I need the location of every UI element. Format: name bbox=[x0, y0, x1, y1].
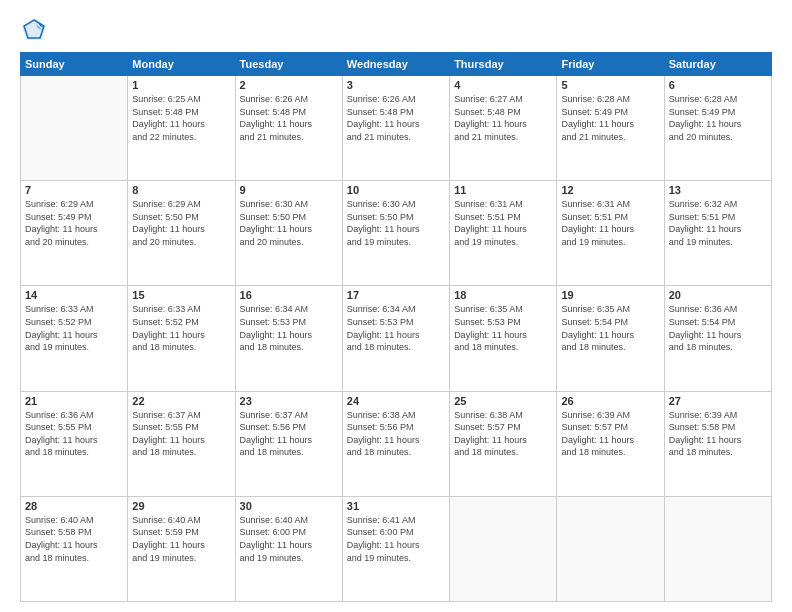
day-number: 7 bbox=[25, 184, 123, 196]
cell-text: Sunrise: 6:29 AMSunset: 5:49 PMDaylight:… bbox=[25, 198, 123, 248]
cell-text: Sunrise: 6:39 AMSunset: 5:58 PMDaylight:… bbox=[669, 409, 767, 459]
cell-text: Sunrise: 6:34 AMSunset: 5:53 PMDaylight:… bbox=[347, 303, 445, 353]
calendar-header-row: SundayMondayTuesdayWednesdayThursdayFrid… bbox=[21, 53, 772, 76]
day-number: 30 bbox=[240, 500, 338, 512]
logo bbox=[20, 16, 50, 44]
cell-text: Sunrise: 6:35 AMSunset: 5:53 PMDaylight:… bbox=[454, 303, 552, 353]
day-number: 31 bbox=[347, 500, 445, 512]
calendar-cell: 21Sunrise: 6:36 AMSunset: 5:55 PMDayligh… bbox=[21, 391, 128, 496]
cell-text: Sunrise: 6:27 AMSunset: 5:48 PMDaylight:… bbox=[454, 93, 552, 143]
calendar-cell: 1Sunrise: 6:25 AMSunset: 5:48 PMDaylight… bbox=[128, 76, 235, 181]
calendar-cell: 28Sunrise: 6:40 AMSunset: 5:58 PMDayligh… bbox=[21, 496, 128, 601]
day-number: 6 bbox=[669, 79, 767, 91]
calendar-week-4: 28Sunrise: 6:40 AMSunset: 5:58 PMDayligh… bbox=[21, 496, 772, 601]
cell-text: Sunrise: 6:33 AMSunset: 5:52 PMDaylight:… bbox=[132, 303, 230, 353]
col-header-saturday: Saturday bbox=[664, 53, 771, 76]
day-number: 27 bbox=[669, 395, 767, 407]
cell-text: Sunrise: 6:34 AMSunset: 5:53 PMDaylight:… bbox=[240, 303, 338, 353]
cell-text: Sunrise: 6:30 AMSunset: 5:50 PMDaylight:… bbox=[347, 198, 445, 248]
cell-text: Sunrise: 6:40 AMSunset: 5:58 PMDaylight:… bbox=[25, 514, 123, 564]
day-number: 2 bbox=[240, 79, 338, 91]
cell-text: Sunrise: 6:38 AMSunset: 5:57 PMDaylight:… bbox=[454, 409, 552, 459]
day-number: 9 bbox=[240, 184, 338, 196]
cell-text: Sunrise: 6:29 AMSunset: 5:50 PMDaylight:… bbox=[132, 198, 230, 248]
header bbox=[20, 16, 772, 44]
day-number: 26 bbox=[561, 395, 659, 407]
calendar-week-2: 14Sunrise: 6:33 AMSunset: 5:52 PMDayligh… bbox=[21, 286, 772, 391]
cell-text: Sunrise: 6:25 AMSunset: 5:48 PMDaylight:… bbox=[132, 93, 230, 143]
calendar-cell: 30Sunrise: 6:40 AMSunset: 6:00 PMDayligh… bbox=[235, 496, 342, 601]
calendar-cell: 3Sunrise: 6:26 AMSunset: 5:48 PMDaylight… bbox=[342, 76, 449, 181]
day-number: 12 bbox=[561, 184, 659, 196]
day-number: 1 bbox=[132, 79, 230, 91]
day-number: 19 bbox=[561, 289, 659, 301]
day-number: 16 bbox=[240, 289, 338, 301]
calendar-cell bbox=[450, 496, 557, 601]
calendar-cell: 19Sunrise: 6:35 AMSunset: 5:54 PMDayligh… bbox=[557, 286, 664, 391]
day-number: 20 bbox=[669, 289, 767, 301]
cell-text: Sunrise: 6:40 AMSunset: 6:00 PMDaylight:… bbox=[240, 514, 338, 564]
col-header-friday: Friday bbox=[557, 53, 664, 76]
calendar-cell: 17Sunrise: 6:34 AMSunset: 5:53 PMDayligh… bbox=[342, 286, 449, 391]
cell-text: Sunrise: 6:32 AMSunset: 5:51 PMDaylight:… bbox=[669, 198, 767, 248]
col-header-sunday: Sunday bbox=[21, 53, 128, 76]
col-header-wednesday: Wednesday bbox=[342, 53, 449, 76]
calendar-cell bbox=[664, 496, 771, 601]
calendar-cell: 20Sunrise: 6:36 AMSunset: 5:54 PMDayligh… bbox=[664, 286, 771, 391]
day-number: 11 bbox=[454, 184, 552, 196]
cell-text: Sunrise: 6:31 AMSunset: 5:51 PMDaylight:… bbox=[561, 198, 659, 248]
calendar-cell: 23Sunrise: 6:37 AMSunset: 5:56 PMDayligh… bbox=[235, 391, 342, 496]
calendar-cell: 2Sunrise: 6:26 AMSunset: 5:48 PMDaylight… bbox=[235, 76, 342, 181]
cell-text: Sunrise: 6:26 AMSunset: 5:48 PMDaylight:… bbox=[347, 93, 445, 143]
calendar-cell: 29Sunrise: 6:40 AMSunset: 5:59 PMDayligh… bbox=[128, 496, 235, 601]
day-number: 28 bbox=[25, 500, 123, 512]
calendar-week-1: 7Sunrise: 6:29 AMSunset: 5:49 PMDaylight… bbox=[21, 181, 772, 286]
calendar-cell: 5Sunrise: 6:28 AMSunset: 5:49 PMDaylight… bbox=[557, 76, 664, 181]
calendar-cell: 6Sunrise: 6:28 AMSunset: 5:49 PMDaylight… bbox=[664, 76, 771, 181]
day-number: 5 bbox=[561, 79, 659, 91]
calendar-cell: 31Sunrise: 6:41 AMSunset: 6:00 PMDayligh… bbox=[342, 496, 449, 601]
col-header-monday: Monday bbox=[128, 53, 235, 76]
calendar-cell: 15Sunrise: 6:33 AMSunset: 5:52 PMDayligh… bbox=[128, 286, 235, 391]
page: SundayMondayTuesdayWednesdayThursdayFrid… bbox=[0, 0, 792, 612]
cell-text: Sunrise: 6:33 AMSunset: 5:52 PMDaylight:… bbox=[25, 303, 123, 353]
cell-text: Sunrise: 6:38 AMSunset: 5:56 PMDaylight:… bbox=[347, 409, 445, 459]
cell-text: Sunrise: 6:30 AMSunset: 5:50 PMDaylight:… bbox=[240, 198, 338, 248]
calendar-cell: 22Sunrise: 6:37 AMSunset: 5:55 PMDayligh… bbox=[128, 391, 235, 496]
day-number: 10 bbox=[347, 184, 445, 196]
day-number: 17 bbox=[347, 289, 445, 301]
calendar-cell bbox=[21, 76, 128, 181]
cell-text: Sunrise: 6:37 AMSunset: 5:55 PMDaylight:… bbox=[132, 409, 230, 459]
logo-icon bbox=[20, 16, 48, 44]
cell-text: Sunrise: 6:39 AMSunset: 5:57 PMDaylight:… bbox=[561, 409, 659, 459]
day-number: 14 bbox=[25, 289, 123, 301]
cell-text: Sunrise: 6:37 AMSunset: 5:56 PMDaylight:… bbox=[240, 409, 338, 459]
cell-text: Sunrise: 6:28 AMSunset: 5:49 PMDaylight:… bbox=[669, 93, 767, 143]
col-header-thursday: Thursday bbox=[450, 53, 557, 76]
day-number: 13 bbox=[669, 184, 767, 196]
day-number: 22 bbox=[132, 395, 230, 407]
day-number: 15 bbox=[132, 289, 230, 301]
day-number: 25 bbox=[454, 395, 552, 407]
calendar-cell: 25Sunrise: 6:38 AMSunset: 5:57 PMDayligh… bbox=[450, 391, 557, 496]
cell-text: Sunrise: 6:40 AMSunset: 5:59 PMDaylight:… bbox=[132, 514, 230, 564]
cell-text: Sunrise: 6:35 AMSunset: 5:54 PMDaylight:… bbox=[561, 303, 659, 353]
calendar-cell: 24Sunrise: 6:38 AMSunset: 5:56 PMDayligh… bbox=[342, 391, 449, 496]
day-number: 29 bbox=[132, 500, 230, 512]
calendar-cell: 26Sunrise: 6:39 AMSunset: 5:57 PMDayligh… bbox=[557, 391, 664, 496]
day-number: 3 bbox=[347, 79, 445, 91]
col-header-tuesday: Tuesday bbox=[235, 53, 342, 76]
calendar-cell: 4Sunrise: 6:27 AMSunset: 5:48 PMDaylight… bbox=[450, 76, 557, 181]
calendar-cell: 7Sunrise: 6:29 AMSunset: 5:49 PMDaylight… bbox=[21, 181, 128, 286]
calendar-week-3: 21Sunrise: 6:36 AMSunset: 5:55 PMDayligh… bbox=[21, 391, 772, 496]
day-number: 4 bbox=[454, 79, 552, 91]
calendar-week-0: 1Sunrise: 6:25 AMSunset: 5:48 PMDaylight… bbox=[21, 76, 772, 181]
calendar-cell: 27Sunrise: 6:39 AMSunset: 5:58 PMDayligh… bbox=[664, 391, 771, 496]
calendar-cell: 14Sunrise: 6:33 AMSunset: 5:52 PMDayligh… bbox=[21, 286, 128, 391]
cell-text: Sunrise: 6:28 AMSunset: 5:49 PMDaylight:… bbox=[561, 93, 659, 143]
cell-text: Sunrise: 6:36 AMSunset: 5:54 PMDaylight:… bbox=[669, 303, 767, 353]
calendar-cell: 11Sunrise: 6:31 AMSunset: 5:51 PMDayligh… bbox=[450, 181, 557, 286]
calendar-cell: 16Sunrise: 6:34 AMSunset: 5:53 PMDayligh… bbox=[235, 286, 342, 391]
calendar-cell: 9Sunrise: 6:30 AMSunset: 5:50 PMDaylight… bbox=[235, 181, 342, 286]
cell-text: Sunrise: 6:26 AMSunset: 5:48 PMDaylight:… bbox=[240, 93, 338, 143]
